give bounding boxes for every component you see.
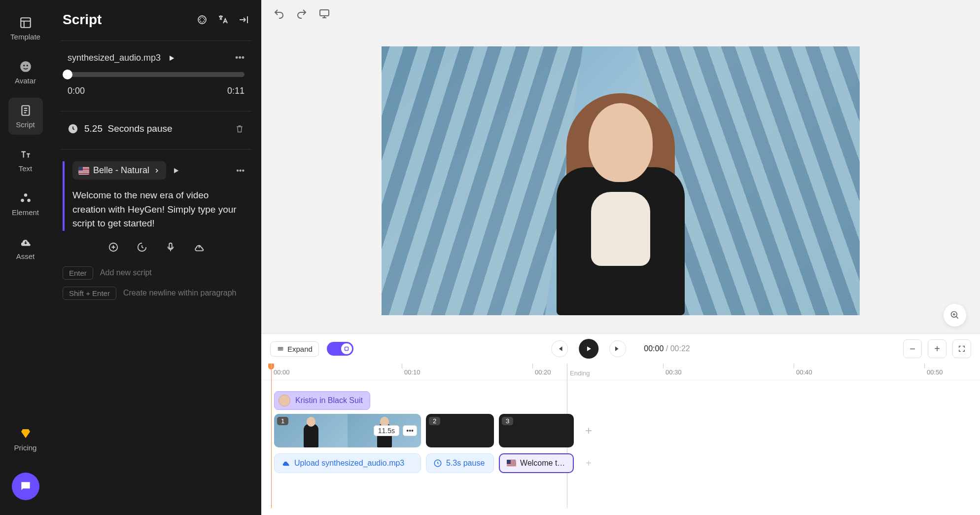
timeline-toggle[interactable] xyxy=(327,342,353,356)
timeline-time: 00:00 / 00:22 xyxy=(644,344,690,353)
audio-chip[interactable]: Upload synthesized_audio.mp3 xyxy=(274,453,421,473)
chat-button[interactable] xyxy=(12,473,39,500)
avatar-thumbnail xyxy=(279,395,290,406)
avatar-figure xyxy=(532,69,709,315)
panel-header: Script xyxy=(63,12,249,28)
pause-value: 5.25 xyxy=(84,123,103,134)
play-icon[interactable] xyxy=(172,167,180,175)
voice-name: Belle - Natural xyxy=(93,165,149,176)
ruler-tick: 00:40 xyxy=(794,364,812,368)
mic-icon[interactable] xyxy=(165,242,176,253)
nav-asset[interactable]: Asset xyxy=(8,229,43,266)
zoom-button[interactable] xyxy=(944,304,966,327)
audio-slider[interactable] xyxy=(68,72,245,77)
avatar-track-label[interactable]: Kristin in Black Suit xyxy=(274,391,370,410)
zoom-in-button[interactable]: + xyxy=(928,339,946,358)
element-icon xyxy=(19,191,33,205)
chip-label: Upload synthesized_audio.mp3 xyxy=(294,459,404,468)
nav-label: Template xyxy=(10,33,40,41)
nav-avatar[interactable]: Avatar xyxy=(8,54,43,91)
nav-script[interactable]: Script xyxy=(8,98,43,135)
fit-button[interactable] xyxy=(952,339,971,358)
time-duration: 00:22 xyxy=(670,344,690,353)
pause-chip[interactable]: 5.3s pause xyxy=(426,453,494,473)
timeline-ruler[interactable]: 00:00 00:10 00:20 Ending 00:30 00:40 00:… xyxy=(261,364,980,380)
nav-pricing[interactable]: Pricing xyxy=(8,421,43,458)
play-button[interactable] xyxy=(579,339,598,359)
chevron-right-icon xyxy=(153,167,160,174)
chip-label: Welcome to... xyxy=(520,459,566,468)
skip-back-button[interactable] xyxy=(551,340,568,357)
script-text[interactable]: Welcome to the new era of video creation… xyxy=(72,188,245,231)
template-icon xyxy=(19,16,33,30)
asset-icon xyxy=(19,235,33,249)
script-chip[interactable]: Welcome to... xyxy=(499,453,574,473)
ai-sparkle-icon[interactable] xyxy=(196,14,208,26)
slider-thumb[interactable] xyxy=(63,70,72,79)
nav-label: Script xyxy=(16,120,35,129)
export-icon[interactable] xyxy=(238,14,249,26)
script-tools xyxy=(63,242,249,253)
nav-label: Pricing xyxy=(14,443,37,452)
hint-key: Enter xyxy=(63,266,93,280)
add-icon[interactable] xyxy=(108,242,119,253)
ending-label: Ending xyxy=(567,369,590,377)
diamond-icon xyxy=(19,427,33,441)
ruler-tick: 00:30 xyxy=(663,364,682,368)
upload-icon[interactable] xyxy=(194,242,205,253)
video-canvas[interactable] xyxy=(382,46,860,315)
translate-icon[interactable] xyxy=(217,14,229,26)
timeline-clip-3[interactable]: 3 xyxy=(499,414,574,447)
svg-point-2 xyxy=(23,65,25,66)
us-flag-icon xyxy=(507,460,516,467)
voice-selector[interactable]: Belle - Natural xyxy=(72,161,166,180)
avatar-icon xyxy=(19,60,33,74)
clip-more-icon[interactable]: ••• xyxy=(403,425,417,436)
nav-element[interactable]: Element xyxy=(8,185,43,222)
nav-template[interactable]: Template xyxy=(8,10,43,47)
svg-point-6 xyxy=(21,199,24,202)
expand-button[interactable]: Expand xyxy=(270,341,319,357)
undo-icon[interactable] xyxy=(273,8,285,20)
timeline-clip-2[interactable]: 2 xyxy=(426,414,494,447)
audio-block: synthesized_audio.mp3 ••• 0:00 0:11 xyxy=(63,53,249,96)
pause-block: 5.25 Seconds pause xyxy=(63,123,249,134)
delete-icon[interactable] xyxy=(235,124,245,134)
pause-label: Seconds pause xyxy=(108,123,173,134)
more-icon[interactable]: ••• xyxy=(235,53,245,63)
more-icon[interactable]: ••• xyxy=(236,166,245,175)
timeline-clip-1[interactable]: 1 11.5s ••• xyxy=(274,414,421,447)
hint-text: Create newline within paragraph xyxy=(123,289,236,297)
hint-key: Shift + Enter xyxy=(63,287,116,300)
ruler-tick: 00:20 xyxy=(532,364,551,368)
expand-label: Expand xyxy=(287,345,313,353)
speed-icon[interactable] xyxy=(137,242,147,253)
add-clip-button[interactable]: + xyxy=(579,421,598,441)
clock-icon xyxy=(433,459,442,468)
clip-duration: 11.5s xyxy=(374,425,399,436)
nav-text[interactable]: Text xyxy=(8,142,43,179)
ruler-tick: 00:50 xyxy=(924,364,943,368)
voice-block: Belle - Natural ••• Welcome to the new e… xyxy=(63,161,249,231)
timeline-tracks: Kristin in Black Suit 1 11.5s ••• 2 3 xyxy=(261,380,980,392)
svg-point-7 xyxy=(27,199,31,202)
chip-label: 5.3s pause xyxy=(446,459,485,468)
canvas-area xyxy=(261,28,980,333)
clip-number: 2 xyxy=(429,417,440,425)
svg-point-3 xyxy=(26,65,28,66)
svg-point-1 xyxy=(20,61,31,72)
time-current: 00:00 xyxy=(644,344,664,353)
play-icon[interactable] xyxy=(168,54,175,62)
main-area: Expand 00:00 / 00:22 − + 00:00 xyxy=(261,0,980,515)
ruler-tick: 00:10 xyxy=(402,364,420,368)
upload-icon xyxy=(281,459,290,468)
nav-label: Text xyxy=(19,164,33,173)
timeline-toolbar: Expand 00:00 / 00:22 − + xyxy=(261,334,980,364)
zoom-out-button[interactable]: − xyxy=(903,339,922,358)
clip-number: 1 xyxy=(277,417,288,425)
skip-forward-button[interactable] xyxy=(609,340,626,357)
nav-label: Avatar xyxy=(15,76,36,85)
redo-icon[interactable] xyxy=(296,8,308,20)
monitor-icon[interactable] xyxy=(318,8,330,20)
add-chip-button[interactable]: + xyxy=(579,453,598,473)
